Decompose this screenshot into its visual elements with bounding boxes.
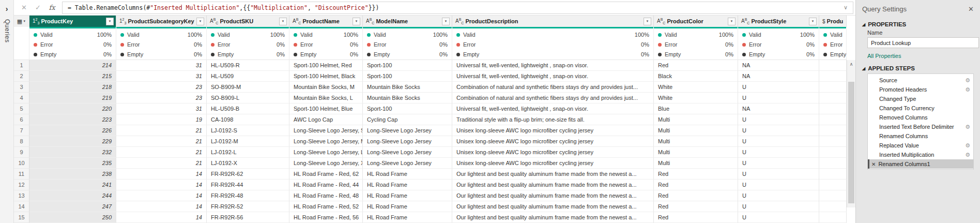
scrollbar-thumb[interactable]	[848, 82, 854, 203]
column-header-ProductStyle[interactable]: ABCProductStyle▼	[738, 16, 819, 27]
cell-ProductName[interactable]: HL Road Frame - Red, 44	[289, 180, 363, 190]
cell-ProductColor[interactable]: Multi	[654, 136, 738, 147]
cell-ProductSKU[interactable]: FR-R92R-62	[207, 169, 289, 180]
cell-ProductStyle[interactable]: U	[738, 158, 819, 169]
cell-ProductSKU[interactable]: LJ-0192-M	[207, 136, 289, 147]
cell-ProductKey[interactable]: 214	[29, 60, 116, 71]
cell-ProductSKU[interactable]: LJ-0192-X	[207, 158, 289, 169]
cell-ProductSubcategoryKey[interactable]: 23	[116, 93, 207, 103]
row-number[interactable]: 3	[14, 82, 29, 93]
gear-icon[interactable]: ⚙	[965, 124, 970, 130]
cell-ProductColor[interactable]: Multi	[654, 114, 738, 125]
cell-ProductSKU[interactable]: HL-U509-R	[207, 60, 289, 71]
gear-icon[interactable]: ⚙	[965, 77, 970, 84]
cell-ProductSubcategoryKey[interactable]: 14	[116, 180, 207, 190]
gear-icon[interactable]: ⚙	[965, 152, 970, 158]
cell-ProductColor[interactable]: Red	[654, 180, 738, 190]
row-number[interactable]: 6	[14, 114, 29, 125]
cell-ProductName[interactable]: AWC Logo Cap	[289, 114, 363, 125]
cell-ProductName[interactable]: HL Road Frame - Red, 56	[289, 212, 363, 223]
cell-ModelName[interactable]: Mountain Bike Socks	[363, 93, 452, 103]
cell-Produ[interactable]	[819, 136, 847, 147]
cell-ProductColor[interactable]: Red	[654, 212, 738, 223]
row-number[interactable]: 13	[14, 190, 29, 201]
cell-ModelName[interactable]: Cycling Cap	[363, 114, 452, 125]
cell-ProductStyle[interactable]: U	[738, 136, 819, 147]
cell-ProductSubcategoryKey[interactable]: 31	[116, 103, 207, 114]
gear-icon[interactable]: ⚙	[965, 86, 970, 93]
cell-ProductName[interactable]: Mountain Bike Socks, L	[289, 93, 363, 103]
cell-ProductStyle[interactable]: U	[738, 212, 819, 223]
cell-ProductSKU[interactable]: FR-R92R-44	[207, 180, 289, 190]
cell-ProductColor[interactable]: Red	[654, 60, 738, 71]
filter-chevron-icon[interactable]: ▼	[644, 18, 651, 25]
formula-expand-chevron-icon[interactable]: ∨	[839, 4, 848, 11]
filter-chevron-icon[interactable]: ▼	[353, 18, 360, 25]
cell-ProductSubcategoryKey[interactable]: 14	[116, 190, 207, 201]
cell-ProductName[interactable]: Long-Sleeve Logo Jersey, XL	[289, 158, 363, 169]
cell-ProductSubcategoryKey[interactable]: 21	[116, 147, 207, 158]
cell-ModelName[interactable]: Long-Sleeve Logo Jersey	[363, 136, 452, 147]
row-number[interactable]: 9	[14, 147, 29, 158]
applied-step-item[interactable]: Changed Type	[868, 94, 973, 103]
cell-ProductColor[interactable]: White	[654, 82, 738, 93]
cell-ProductColor[interactable]: Multi	[654, 147, 738, 158]
applied-step-item[interactable]: Promoted Headers⚙	[868, 85, 973, 94]
cell-ProductName[interactable]: HL Road Frame - Red, 48	[289, 190, 363, 201]
cell-ProductSubcategoryKey[interactable]: 23	[116, 82, 207, 93]
cell-ProductColor[interactable]: Multi	[654, 158, 738, 169]
select-all-corner-button[interactable]: ▦▼	[14, 16, 29, 27]
cell-ProductName[interactable]: HL Road Frame - Red, 62	[289, 169, 363, 180]
row-number[interactable]: 5	[14, 103, 29, 114]
gear-icon[interactable]: ⚙	[965, 142, 970, 149]
cell-ProductStyle[interactable]: U	[738, 93, 819, 103]
cell-ProductKey[interactable]: 232	[29, 147, 116, 158]
applied-step-item[interactable]: ✕Renamed Columns1	[868, 159, 973, 169]
query-name-input[interactable]	[867, 37, 979, 48]
cell-ProductKey[interactable]: 235	[29, 158, 116, 169]
cell-ProductStyle[interactable]: NA	[738, 60, 819, 71]
cell-ProductSKU[interactable]: FR-R92R-56	[207, 212, 289, 223]
cell-Produ[interactable]	[819, 190, 847, 201]
applied-step-item[interactable]: Changed To Currency	[868, 103, 973, 113]
cell-ProductSubcategoryKey[interactable]: 21	[116, 136, 207, 147]
cell-ProductKey[interactable]: 223	[29, 114, 116, 125]
cell-ProductSubcategoryKey[interactable]: 14	[116, 169, 207, 180]
cell-ProductSKU[interactable]: LJ-0192-L	[207, 147, 289, 158]
cell-Produ[interactable]	[819, 93, 847, 103]
cell-ProductName[interactable]: Sport-100 Helmet, Blue	[289, 103, 363, 114]
cell-ProductDescription[interactable]: Our lightest and best quality aluminum f…	[452, 190, 654, 201]
row-number[interactable]: 7	[14, 125, 29, 136]
delete-step-icon[interactable]: ✕	[871, 161, 876, 167]
filter-chevron-icon[interactable]: ▼	[728, 18, 736, 25]
all-properties-link[interactable]: All Properties	[867, 53, 974, 59]
cell-ProductSKU[interactable]: FR-R92R-52	[207, 201, 289, 212]
cell-ProductDescription[interactable]: Universal fit, well-vented, lightweight …	[452, 71, 654, 82]
cell-ProductDescription[interactable]: Unisex long-sleeve AWC logo microfiber c…	[452, 125, 654, 136]
row-number[interactable]: 8	[14, 136, 29, 147]
cell-ProductDescription[interactable]: Universal fit, well-vented, lightweight …	[452, 60, 654, 71]
cell-Produ[interactable]	[819, 169, 847, 180]
close-panel-icon[interactable]: ✕	[968, 5, 974, 13]
filter-chevron-icon[interactable]: ▼	[442, 18, 450, 25]
cell-ProductName[interactable]: Long-Sleeve Logo Jersey, M	[289, 136, 363, 147]
column-header-ProductColor[interactable]: ABCProductColor▼	[654, 16, 738, 27]
queries-pane-label[interactable]: Queries	[3, 19, 11, 43]
applied-step-item[interactable]: Replaced Value⚙	[868, 141, 973, 150]
row-number[interactable]: 2	[14, 71, 29, 82]
column-header-ProductSubcategoryKey[interactable]: 123ProductSubcategoryKey▼	[116, 16, 207, 27]
cell-ProductName[interactable]: Sport-100 Helmet, Red	[289, 60, 363, 71]
cell-Produ[interactable]	[819, 212, 847, 223]
cell-ProductName[interactable]: Mountain Bike Socks, M	[289, 82, 363, 93]
cell-ProductDescription[interactable]: Our lightest and best quality aluminum f…	[452, 201, 654, 212]
cell-Produ[interactable]	[819, 158, 847, 169]
cell-Produ[interactable]	[819, 60, 847, 71]
cell-ModelName[interactable]: Long-Sleeve Logo Jersey	[363, 125, 452, 136]
row-number[interactable]: 11	[14, 169, 29, 180]
cell-ProductKey[interactable]: 229	[29, 136, 116, 147]
row-number[interactable]: 1	[14, 60, 29, 71]
cell-ProductDescription[interactable]: Combination of natural and synthetic fib…	[452, 93, 654, 103]
cell-ProductKey[interactable]: 238	[29, 169, 116, 180]
cell-ProductColor[interactable]: Red	[654, 190, 738, 201]
cell-Produ[interactable]	[819, 180, 847, 190]
